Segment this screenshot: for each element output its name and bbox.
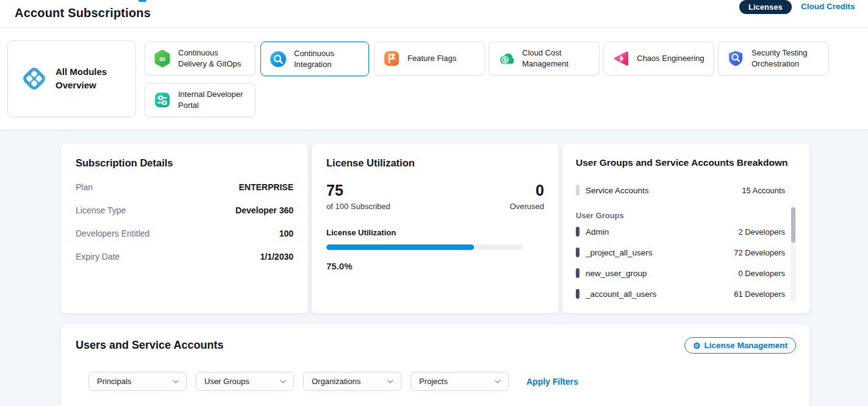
utilization-percent: 75.0%: [326, 261, 544, 271]
detail-row-license-type: License Type Developer 360: [76, 205, 293, 215]
module-label: Internal Developer Portal: [178, 89, 249, 110]
overused-block: 0 Overused: [510, 182, 544, 211]
utilization-bar-track: [326, 244, 523, 250]
module-card-feature-flags[interactable]: Feature Flags: [374, 41, 485, 76]
module-label: Security Testing Orchestration: [751, 48, 822, 69]
breakdown-title: User Groups and Service Accounts Breakdo…: [576, 157, 796, 168]
module-card-security-testing[interactable]: Security Testing Orchestration: [718, 41, 829, 76]
groups-scrollbar-thumb[interactable]: [791, 207, 795, 243]
filters-row: Principals User Groups Organizations Pro…: [88, 372, 578, 391]
continuous-delivery-icon: ∞: [153, 49, 171, 68]
organizations-filter-label: Organizations: [312, 377, 360, 386]
used-caption: of 100 Subscribed: [326, 202, 390, 211]
expiry-date-label: Expiry Date: [76, 252, 120, 262]
expiry-date-value: 1/1/2030: [260, 252, 294, 262]
utilization-numbers: 75 of 100 Subscribed 0 Overused: [326, 182, 544, 211]
cloud-cost-icon: $: [497, 49, 515, 68]
projects-filter-label: Projects: [419, 377, 448, 386]
page-title: Account Subscriptions: [15, 6, 151, 20]
principals-filter-dropdown[interactable]: Principals: [88, 372, 187, 391]
user-group-row: _account_all_users 61 Developers: [576, 288, 785, 300]
chevron-down-icon: [495, 380, 501, 383]
module-card-internal-developer-portal[interactable]: Internal Developer Portal: [145, 83, 256, 117]
user-group-row: Admin 2 Developers: [576, 226, 785, 238]
groups-scrollbar-track[interactable]: [791, 205, 796, 302]
chevron-down-icon: [173, 380, 179, 383]
utilization-bar-fill: [326, 244, 474, 250]
user-group-value: 72 Developers: [734, 248, 785, 257]
service-accounts-marker: [576, 185, 579, 196]
overused-count: 0: [510, 182, 544, 199]
all-modules-overview-label: All Modules Overview: [56, 65, 128, 92]
svg-text:∞: ∞: [159, 54, 166, 63]
feature-flags-icon: [382, 49, 401, 68]
developers-entitled-label: Developers Entitled: [76, 229, 149, 238]
overused-caption: Overused: [510, 202, 544, 211]
license-utilization-title: License Utilization: [326, 157, 544, 169]
user-group-name: Admin: [586, 227, 609, 237]
active-tab-indicator: [138, 0, 146, 2]
security-testing-icon: [726, 49, 745, 68]
license-management-label: License Management: [704, 341, 787, 350]
chevron-down-icon: [387, 380, 393, 383]
projects-filter-dropdown[interactable]: Projects: [411, 372, 509, 391]
module-selector-band: All Modules Overview ∞ Continuous Delive…: [0, 28, 868, 129]
module-card-chaos-engineering[interactable]: Chaos Engineering: [603, 41, 714, 76]
user-groups-filter-label: User Groups: [204, 377, 249, 386]
plan-value: ENTERPRISE: [239, 182, 293, 192]
plan-label: Plan: [76, 182, 93, 192]
chevron-down-icon: [280, 380, 286, 383]
used-count: 75: [326, 182, 390, 199]
license-utilization-card: License Utilization 75 of 100 Subscribed…: [312, 144, 559, 313]
gear-icon: ⚙: [693, 341, 701, 350]
module-label: Chaos Engineering: [637, 53, 705, 64]
subscription-details-title: Subscription Details: [76, 157, 293, 169]
user-group-row: new_user_group 0 Developers: [576, 267, 785, 279]
module-label: Cloud Cost Management: [522, 48, 593, 69]
user-group-marker: [576, 268, 579, 278]
user-group-marker: [576, 289, 579, 299]
module-card-cloud-cost[interactable]: $ Cloud Cost Management: [489, 41, 600, 76]
used-block: 75 of 100 Subscribed: [326, 182, 390, 211]
cloud-credits-tab[interactable]: Cloud Credits: [801, 2, 855, 11]
module-card-continuous-delivery[interactable]: ∞ Continuous Delivery & GitOps: [145, 41, 256, 76]
subscription-details-card: Subscription Details Plan ENTERPRISE Lic…: [61, 144, 308, 313]
user-groups-heading: User Groups: [576, 211, 624, 220]
module-label: Continuous Delivery & GitOps: [178, 48, 249, 69]
utilization-bar-label: License Utilization: [326, 228, 544, 237]
user-group-value: 2 Developers: [738, 227, 785, 237]
users-service-accounts-card: Users and Service Accounts ⚙ License Man…: [61, 324, 809, 406]
module-card-continuous-integration[interactable]: Continuous Integration: [260, 41, 369, 76]
user-group-row: _project_all_users 72 Developers: [576, 246, 785, 258]
user-groups-filter-dropdown[interactable]: User Groups: [196, 372, 294, 391]
license-management-button[interactable]: ⚙ License Management: [684, 337, 796, 354]
module-label: Continuous Integration: [294, 48, 362, 69]
user-group-marker: [576, 248, 579, 257]
user-group-name: _project_all_users: [586, 248, 653, 257]
service-accounts-label: Service Accounts: [586, 186, 649, 195]
breakdown-card: User Groups and Service Accounts Breakdo…: [562, 144, 809, 313]
continuous-integration-icon: [269, 50, 287, 68]
organizations-filter-dropdown[interactable]: Organizations: [303, 372, 401, 391]
licenses-tab[interactable]: Licenses: [739, 0, 792, 14]
svg-text:$: $: [503, 57, 507, 63]
detail-row-developers-entitled: Developers Entitled 100: [76, 229, 293, 238]
all-modules-overview-card[interactable]: All Modules Overview: [7, 40, 136, 117]
module-label: Feature Flags: [407, 53, 456, 64]
service-accounts-row: Service Accounts 15 Accounts: [576, 184, 785, 196]
user-group-name: _account_all_users: [586, 290, 656, 299]
detail-row-expiry-date: Expiry Date 1/1/2030: [76, 252, 293, 262]
user-group-value: 0 Developers: [738, 269, 785, 278]
chaos-engineering-icon: [612, 49, 630, 68]
principals-filter-label: Principals: [97, 377, 131, 386]
developers-entitled-value: 100: [279, 229, 293, 238]
license-type-value: Developer 360: [235, 205, 293, 215]
page-header: Account Subscriptions Licenses Cloud Cre…: [0, 0, 868, 28]
user-group-name: new_user_group: [586, 269, 647, 278]
license-type-label: License Type: [76, 205, 126, 215]
user-group-marker: [576, 227, 579, 237]
detail-row-plan: Plan ENTERPRISE: [76, 182, 293, 192]
service-accounts-value: 15 Accounts: [742, 186, 785, 195]
internal-developer-portal-icon: [153, 91, 171, 109]
apply-filters-link[interactable]: Apply Filters: [526, 377, 578, 386]
